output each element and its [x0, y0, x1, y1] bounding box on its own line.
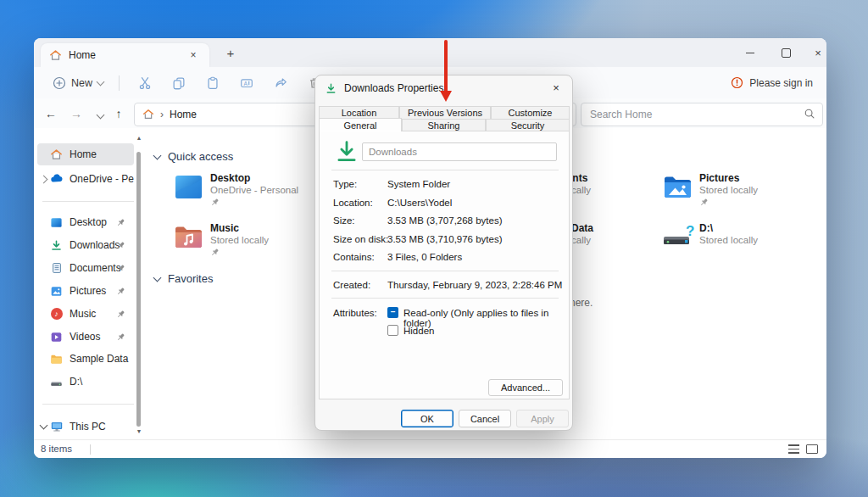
window-close-button[interactable]: × [804, 43, 826, 62]
scissors-icon [137, 75, 153, 91]
sidebar-item-sample-data[interactable]: Sample Data [37, 348, 134, 370]
status-bar: 8 items [34, 439, 826, 458]
tab-sharing[interactable]: Sharing [402, 119, 486, 131]
maximize-button[interactable] [771, 43, 800, 62]
hidden-checkbox[interactable] [387, 325, 398, 336]
item-d-drive[interactable]: ? D:\ Stored locally [663, 222, 820, 270]
item-music[interactable]: Music Stored locally [174, 222, 331, 270]
scroll-down-icon[interactable]: ▼ [136, 428, 142, 434]
cancel-button[interactable]: Cancel [459, 410, 511, 427]
navigation-pane: Home OneDrive - Personal Desktop Downloa… [34, 128, 144, 439]
item-desktop[interactable]: Desktop OneDrive - Personal [174, 172, 331, 220]
tab-bar: Home × + × [34, 38, 826, 67]
tab-previous-versions[interactable]: Previous Versions [399, 106, 491, 119]
music-icon: ♪ [49, 307, 64, 321]
sidebar-item-label: D:\ [70, 376, 134, 388]
details-view-icon [788, 444, 799, 454]
search-icon [804, 108, 815, 120]
detail-label: Size: [333, 215, 355, 226]
scrollbar-thumb[interactable] [136, 152, 141, 427]
dialog-title: Downloads Properties [344, 82, 443, 94]
onedrive-cloud-icon [49, 172, 64, 187]
detail-value: 3.53 MB (3,707,268 bytes) [387, 215, 503, 226]
item-subtitle: OneDrive - Personal [210, 184, 298, 196]
favorites-empty-note: here. [570, 297, 593, 309]
breadcrumb-separator: › [160, 109, 164, 120]
sidebar-item-d-drive[interactable]: D:\ [37, 371, 134, 393]
pictures-icon [49, 284, 64, 299]
sidebar-item-desktop[interactable]: Desktop [37, 211, 134, 233]
search-input[interactable] [588, 104, 795, 125]
download-icon [326, 83, 337, 94]
rename-button[interactable]: A [232, 72, 261, 94]
advanced-button[interactable]: Advanced... [488, 379, 563, 396]
scroll-up-icon[interactable]: ▲ [136, 135, 142, 141]
minimize-icon [746, 53, 754, 53]
recent-locations-button[interactable] [90, 103, 110, 124]
copy-button[interactable] [164, 72, 193, 94]
paste-button[interactable] [198, 72, 227, 94]
sidebar-item-documents[interactable]: Documents [37, 257, 134, 279]
up-button[interactable]: ↑ [108, 103, 129, 124]
dialog-close-button[interactable]: × [545, 79, 567, 98]
detail-label: Location: [333, 198, 373, 208]
tab-customize[interactable]: Customize [491, 106, 570, 119]
back-button[interactable]: ← [41, 103, 61, 124]
sidebar-item-downloads[interactable]: Downloads [37, 234, 134, 256]
tab-home[interactable]: Home × [41, 43, 209, 67]
sidebar-item-pictures[interactable]: Pictures [37, 280, 134, 302]
tab-label: Home [69, 49, 96, 61]
pin-icon [699, 198, 758, 207]
item-pictures[interactable]: Pictures Stored locally [663, 172, 820, 220]
pin-icon [116, 310, 125, 319]
sidebar-item-this-pc[interactable]: This PC [37, 416, 134, 438]
sidebar-item-videos[interactable]: Videos [37, 326, 134, 348]
breadcrumb: Home [170, 109, 197, 120]
created-label: Created: [333, 280, 370, 290]
details-view-button[interactable] [788, 444, 799, 454]
large-icons-view-button[interactable] [806, 444, 818, 454]
share-button[interactable] [266, 72, 295, 94]
item-name: Desktop [210, 172, 298, 184]
item-name: D:\ [699, 222, 758, 234]
share-icon [273, 75, 288, 91]
new-button[interactable]: New [46, 73, 110, 93]
plus-circle-icon [53, 76, 66, 90]
section-quick-access[interactable]: Quick access [154, 150, 233, 163]
sign-in-status[interactable]: Please sign in [731, 67, 813, 98]
desktop-icon [49, 215, 64, 230]
sidebar-item-home[interactable]: Home [37, 143, 134, 165]
hidden-label: Hidden [403, 326, 434, 336]
sign-in-label: Please sign in [749, 77, 813, 89]
new-button-label: New [71, 77, 92, 89]
drive-icon [49, 375, 64, 389]
sidebar-item-label: OneDrive - Personal [70, 173, 134, 185]
new-tab-button[interactable]: + [222, 45, 239, 62]
attributes-label: Attributes: [333, 308, 377, 318]
search-box[interactable] [581, 103, 823, 126]
downloads-icon [49, 238, 64, 253]
section-favorites[interactable]: Favorites [154, 272, 213, 285]
general-tab-page: Type: System Folder Location: C:\Users\Y… [319, 131, 570, 399]
readonly-checkbox[interactable]: – [387, 307, 398, 318]
forward-button[interactable]: → [66, 103, 86, 124]
pin-icon [116, 287, 125, 296]
sidebar-scrollbar[interactable]: ▲ ▼ [136, 130, 142, 438]
tab-close-icon[interactable]: × [186, 47, 201, 63]
minimize-button[interactable] [736, 43, 765, 62]
ok-button[interactable]: OK [401, 410, 453, 427]
sidebar-item-onedrive[interactable]: OneDrive - Personal [37, 168, 134, 190]
home-icon [142, 109, 154, 120]
cut-button[interactable] [131, 72, 159, 94]
tab-general[interactable]: General [319, 118, 402, 131]
toolbar-divider [119, 75, 120, 91]
apply-button[interactable]: Apply [516, 410, 569, 427]
pin-icon [116, 332, 125, 342]
svg-text:?: ? [686, 223, 694, 239]
tab-security[interactable]: Security [486, 119, 570, 131]
folder-name-field[interactable] [362, 142, 557, 161]
videos-icon [49, 330, 64, 344]
sidebar-item-music[interactable]: ♪ Music [37, 303, 134, 325]
maximize-icon [782, 48, 791, 58]
tab-location[interactable]: Location [319, 106, 399, 119]
